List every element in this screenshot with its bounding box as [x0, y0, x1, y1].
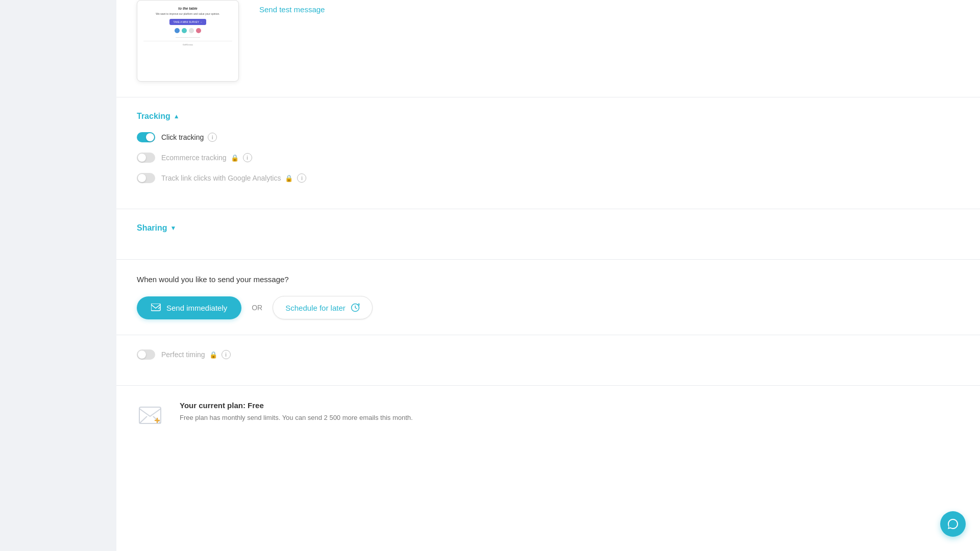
google-analytics-info-icon: i: [297, 173, 306, 183]
perfect-timing-option: Perfect timing 🔒 i: [137, 349, 960, 360]
or-text: OR: [252, 304, 262, 312]
social-icon-1: [175, 28, 180, 33]
sidebar: [0, 0, 116, 551]
sharing-header: Sharing ▼: [137, 223, 960, 233]
click-tracking-option: Click tracking i: [137, 132, 960, 142]
perfect-timing-info-icon: i: [222, 350, 231, 359]
perfect-timing-toggle: [137, 349, 155, 360]
preview-section: to the table We want to improve our plat…: [116, 0, 980, 97]
main-content: to the table We want to improve our plat…: [116, 0, 980, 551]
sharing-arrow[interactable]: ▼: [170, 224, 177, 232]
email-preview-card: to the table We want to improve our plat…: [137, 0, 239, 82]
google-analytics-toggle: [137, 173, 155, 183]
perfect-timing-lock-icon: 🔒: [209, 351, 217, 359]
google-analytics-label: Track link clicks with Google Analytics …: [161, 173, 306, 183]
click-tracking-toggle[interactable]: [137, 132, 155, 142]
email-preview-text: We want to improve our platform and valu…: [143, 12, 232, 16]
schedule-later-button[interactable]: Schedule for later: [273, 296, 373, 319]
google-analytics-slider: [137, 173, 155, 183]
ecommerce-tracking-toggle: [137, 153, 155, 163]
perfect-timing-slider: [137, 349, 155, 360]
current-plan-section: Your current plan: Free Free plan has mo…: [116, 386, 980, 449]
page-layout: to the table We want to improve our plat…: [0, 0, 980, 551]
social-icon-3: [189, 28, 194, 33]
send-options: Send immediately OR Schedule for later: [137, 296, 960, 319]
svg-rect-0: [151, 304, 160, 311]
click-tracking-label: Click tracking i: [161, 133, 217, 142]
clock-icon: [351, 303, 360, 312]
plan-title: Your current plan: Free: [180, 401, 413, 410]
sharing-section: Sharing ▼: [116, 209, 980, 260]
envelope-icon: [151, 304, 161, 312]
email-preview-icons: [143, 28, 232, 33]
tracking-title[interactable]: Tracking: [137, 112, 170, 121]
tracking-header: Tracking ▲: [137, 112, 960, 121]
ecommerce-info-icon: i: [243, 153, 252, 162]
svg-line-3: [139, 416, 147, 423]
tracking-arrow[interactable]: ▲: [174, 113, 180, 120]
plan-icon-area: [137, 401, 167, 434]
email-preview-link: ─────────────────: [143, 36, 232, 39]
email-preview-cta: TAKE A MINI SURVEY →: [169, 19, 207, 25]
email-preview-inner: to the table We want to improve our plat…: [137, 1, 238, 52]
click-tracking-info-icon[interactable]: i: [208, 133, 217, 142]
ecommerce-tracking-label: Ecommerce tracking 🔒 i: [161, 153, 252, 162]
email-preview-footer: GolfGenius: [143, 41, 232, 46]
perfect-timing-label: Perfect timing 🔒 i: [161, 350, 231, 359]
ecommerce-lock-icon: 🔒: [231, 154, 239, 162]
send-test-link[interactable]: Send test message: [259, 5, 325, 14]
email-preview-title: to the table: [143, 7, 232, 10]
chat-bubble[interactable]: [940, 511, 966, 537]
send-immediately-button[interactable]: Send immediately: [137, 296, 241, 319]
click-tracking-slider: [137, 132, 155, 142]
google-analytics-option: Track link clicks with Google Analytics …: [137, 173, 960, 183]
plan-text-area: Your current plan: Free Free plan has mo…: [180, 401, 413, 423]
perfect-timing-section: Perfect timing 🔒 i: [116, 335, 980, 386]
tracking-section: Tracking ▲ Click tracking i: [116, 97, 980, 209]
google-analytics-lock-icon: 🔒: [285, 174, 293, 182]
social-icon-2: [182, 28, 187, 33]
social-icon-4: [196, 28, 201, 33]
ecommerce-tracking-option: Ecommerce tracking 🔒 i: [137, 153, 960, 163]
sharing-title[interactable]: Sharing: [137, 223, 167, 233]
ecommerce-tracking-slider: [137, 153, 155, 163]
send-section: When would you like to send your message…: [116, 260, 980, 335]
plan-description: Free plan has monthly send limits. You c…: [180, 413, 413, 423]
send-question: When would you like to send your message…: [137, 275, 960, 284]
chat-icon: [947, 518, 959, 530]
plan-envelope-icon: [137, 401, 167, 432]
